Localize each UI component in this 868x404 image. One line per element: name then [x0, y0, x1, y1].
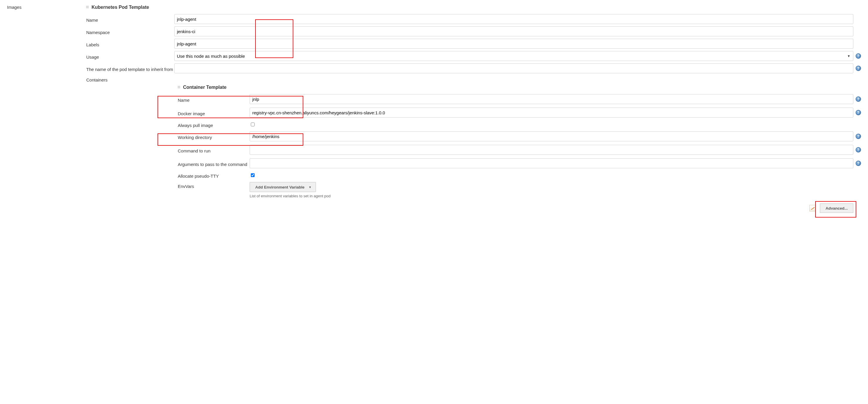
help-icon[interactable]: ? — [856, 161, 861, 166]
help-icon[interactable]: ? — [856, 110, 861, 115]
help-icon[interactable]: ? — [856, 134, 861, 139]
container-wd-label: Working directory — [178, 133, 250, 140]
container-cmd-input[interactable] — [250, 145, 853, 155]
container-envvars-label: EnvVars — [178, 182, 250, 189]
container-cmd-label: Command to run — [178, 146, 250, 153]
container-template-header: Container Template — [178, 85, 861, 90]
pod-inherit-label: The name of the pod template to inherit … — [86, 65, 174, 72]
container-tty-checkbox[interactable] — [251, 173, 255, 177]
pod-name-input[interactable] — [174, 14, 853, 24]
envvars-description: List of environment variables to set in … — [250, 194, 331, 198]
container-name-label: Name — [178, 96, 250, 103]
help-icon[interactable]: ? — [856, 53, 861, 59]
container-docker-input[interactable] — [250, 108, 853, 117]
pod-namespace-input[interactable] — [174, 26, 853, 36]
pod-template-title: Kubernetes Pod Template — [92, 5, 149, 10]
container-name-input[interactable] — [250, 94, 853, 104]
container-wd-input[interactable] — [250, 131, 853, 141]
container-args-input[interactable] — [250, 158, 853, 168]
pod-name-label: Name — [86, 16, 174, 23]
container-pull-label: Always pull image — [178, 121, 250, 128]
edit-icon — [809, 205, 816, 211]
add-env-var-button[interactable]: Add Environment Variable ▼ — [250, 182, 316, 192]
container-tty-label: Allocate pseudo-TTY — [178, 172, 250, 178]
pod-labels-input[interactable] — [174, 39, 853, 49]
section-images-label: Images — [7, 5, 81, 213]
pod-containers-label: Containers — [86, 76, 174, 82]
pod-usage-select[interactable]: Use this node as much as possible — [174, 51, 853, 61]
help-icon[interactable]: ? — [856, 147, 861, 153]
container-pull-checkbox[interactable] — [251, 123, 255, 126]
help-icon[interactable]: ? — [856, 97, 861, 102]
advanced-button-label: Advanced... — [826, 206, 848, 210]
container-docker-label: Docker image — [178, 109, 250, 116]
pod-template-header: Kubernetes Pod Template — [86, 5, 861, 10]
chevron-down-icon: ▼ — [309, 186, 312, 189]
pod-namespace-label: Namespace — [86, 28, 174, 35]
pod-labels-label: Labels — [86, 40, 174, 47]
drag-handle-icon[interactable] — [178, 86, 181, 89]
container-template-title: Container Template — [183, 85, 226, 90]
help-icon[interactable]: ? — [856, 66, 861, 71]
container-args-label: Arguments to pass to the command — [178, 160, 250, 167]
advanced-button[interactable]: Advanced... — [820, 203, 853, 213]
pod-inherit-input[interactable] — [174, 63, 853, 73]
drag-handle-icon[interactable] — [86, 6, 89, 9]
add-env-var-label: Add Environment Variable — [255, 185, 305, 190]
pod-usage-label: Usage — [86, 53, 174, 60]
